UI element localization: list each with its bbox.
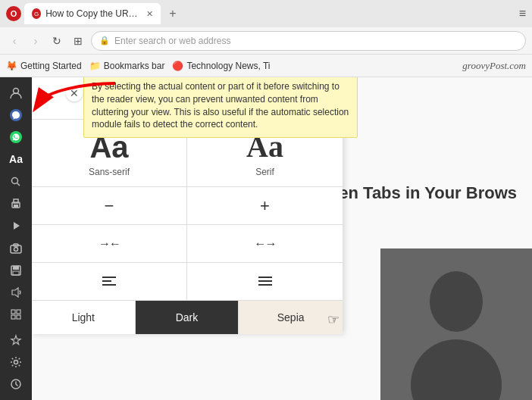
article-image (380, 248, 532, 400)
bookmark-folder-icon: 📁 (89, 61, 101, 71)
reader-icon: Aa (9, 153, 23, 165)
align-justify-button[interactable] (187, 263, 343, 301)
theme-sepia-button[interactable]: Sepia ☞ (239, 301, 343, 334)
svg-point-20 (14, 361, 18, 364)
size-increase-button[interactable]: + (187, 187, 343, 225)
sidebar-icon-history[interactable] (4, 375, 28, 394)
address-bar[interactable]: 🔒 Enter search or web address (91, 31, 526, 51)
sidebar-icon-whatsapp[interactable] (4, 128, 28, 147)
groovy-logo: groovyPost.com (462, 60, 526, 72)
tab-grid-button[interactable]: ⊞ (70, 33, 86, 49)
svg-line-4 (17, 183, 20, 186)
bookmark-technology-news[interactable]: 🔴 Technology News, Ti (172, 61, 270, 71)
svg-marker-15 (12, 288, 18, 297)
theme-light-button[interactable]: Light (32, 301, 136, 334)
bookmark-tech-label: Technology News, Ti (186, 61, 270, 71)
svg-point-23 (430, 271, 483, 332)
svg-rect-16 (11, 310, 15, 314)
svg-rect-7 (14, 205, 18, 208)
svg-marker-8 (14, 222, 20, 230)
size-decrease-button[interactable]: − (32, 187, 187, 225)
svg-rect-17 (17, 310, 20, 314)
svg-rect-13 (13, 266, 19, 270)
font-serif-label: Serif (255, 167, 274, 177)
bookmark-getting-started[interactable]: 🦊 Getting Started (6, 61, 82, 71)
sidebar-icon-reader[interactable]: Aa (4, 150, 28, 169)
tab-close-button[interactable]: ✕ (146, 9, 153, 19)
tooltip-box: By selecting the actual content or part … (83, 77, 358, 138)
title-bar: O G How to Copy the URLs Fro ✕ + ≡ (0, 0, 532, 27)
new-tab-button[interactable]: + (164, 5, 182, 23)
sidebar-icon-print[interactable] (4, 194, 28, 213)
spacing-wide-icon: ←→ (255, 237, 276, 251)
svg-rect-19 (17, 315, 20, 319)
content-area: m All Open Tabs in Your Brows By selecti… (32, 77, 532, 400)
svg-point-10 (14, 247, 18, 251)
sidebar-icon-search[interactable] (4, 172, 28, 191)
sidebar-icon-camera[interactable] (4, 239, 28, 258)
bookmark-tech-icon: 🔴 (172, 61, 183, 71)
bookmark-bookmarks-bar[interactable]: 📁 Bookmarks bar (89, 61, 165, 71)
sidebar-icon-grid[interactable] (4, 305, 28, 324)
tab-title: How to Copy the URLs Fro (45, 8, 140, 19)
arrow-overlay (32, 76, 123, 124)
theme-sepia-label: Sepia (277, 311, 305, 323)
red-arrow (32, 76, 123, 121)
sidebar: Aa (0, 77, 32, 400)
browser-menu-icon[interactable]: ≡ (519, 7, 526, 20)
spacing-wide-button[interactable]: ←→ (187, 225, 343, 263)
cursor-icon: ☞ (327, 311, 340, 328)
tab-favicon: G (32, 8, 41, 19)
plus-icon: + (260, 196, 270, 216)
svg-point-3 (12, 177, 18, 183)
sidebar-icon-favorites[interactable] (4, 330, 28, 349)
minus-icon: − (105, 196, 114, 216)
bookmark-bookmarks-bar-label: Bookmarks bar (104, 61, 165, 71)
sidebar-icon-play[interactable] (4, 217, 28, 236)
browser-window: O G How to Copy the URLs Fro ✕ + ≡ ‹ › ↻… (0, 0, 532, 400)
font-sans-label: Sans-serif (89, 167, 130, 177)
alignment-controls (32, 263, 343, 301)
theme-dark-label: Dark (176, 311, 199, 323)
sidebar-icon-audio[interactable] (4, 283, 28, 302)
size-controls: − + (32, 187, 343, 225)
bookmark-firefox-icon: 🦊 (6, 61, 17, 71)
align-left-icon (101, 275, 117, 289)
nav-bar: ‹ › ↻ ⊞ 🔒 Enter search or web address (0, 27, 532, 55)
spacing-narrow-icon: →← (99, 237, 120, 251)
spacing-narrow-button[interactable]: →← (32, 225, 187, 263)
sidebar-icon-messenger[interactable] (4, 105, 28, 124)
back-button[interactable]: ‹ (6, 33, 23, 49)
forward-button[interactable]: › (27, 33, 44, 49)
active-tab[interactable]: G How to Copy the URLs Fro ✕ (24, 3, 161, 24)
bookmark-getting-started-label: Getting Started (20, 61, 82, 71)
sidebar-icon-save[interactable] (4, 261, 28, 280)
opera-logo: O (6, 6, 21, 21)
sidebar-icon-settings[interactable] (4, 352, 28, 371)
reload-button[interactable]: ↻ (49, 33, 65, 49)
theme-dark-button[interactable]: Dark (136, 301, 239, 334)
svg-rect-18 (11, 315, 15, 319)
bookmarks-bar: 🦊 Getting Started 📁 Bookmarks bar 🔴 Tech… (0, 55, 532, 77)
svg-rect-6 (14, 199, 18, 203)
theme-buttons: Light Dark Sepia ☞ (32, 301, 343, 334)
align-left-button[interactable] (32, 263, 187, 301)
tooltip-text: By selecting the actual content or part … (92, 81, 349, 130)
theme-light-label: Light (72, 311, 95, 323)
sidebar-icon-profile[interactable] (4, 83, 28, 102)
spacing-controls: →← ←→ (32, 225, 343, 263)
address-text: Enter search or web address (114, 36, 518, 46)
address-lock-icon: 🔒 (99, 36, 110, 45)
align-justify-icon (257, 275, 274, 289)
